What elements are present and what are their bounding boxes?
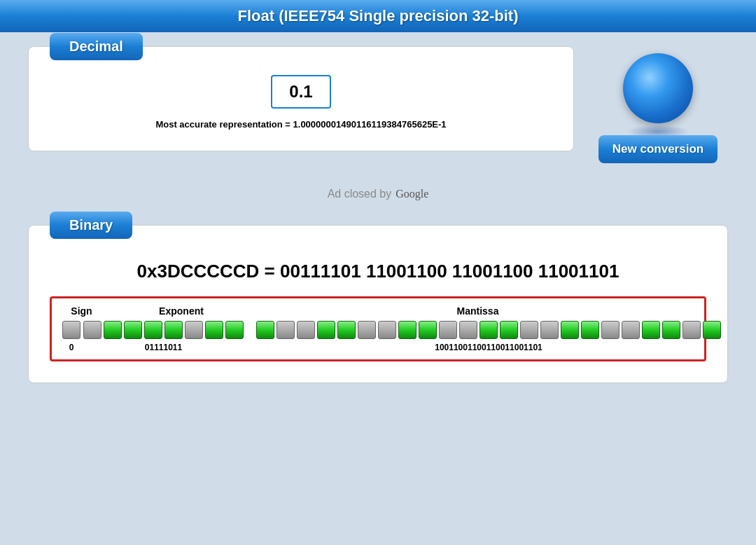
decimal-value-wrapper: 0.1 <box>50 75 552 109</box>
bit-box <box>83 321 102 339</box>
bit-box <box>561 321 579 339</box>
header-title: Float (IEEE754 Single precision 32-bit) <box>238 7 519 25</box>
bit-box <box>682 321 701 339</box>
bit-box <box>185 321 203 339</box>
bit-box <box>581 321 599 339</box>
bit-box <box>144 321 162 339</box>
mantissa-bits <box>256 321 721 339</box>
bit-box <box>479 321 498 339</box>
bit-box <box>500 321 518 339</box>
top-section: Decimal 0.1 Most accurate representation… <box>28 46 728 163</box>
bit-box <box>622 321 640 339</box>
bit-box <box>459 321 477 339</box>
bit-box <box>337 321 356 339</box>
sign-section: 0 <box>62 321 80 352</box>
bit-box <box>419 321 437 339</box>
bit-box <box>297 321 315 339</box>
bit-box <box>540 321 559 339</box>
google-brand: Google <box>396 188 428 200</box>
bit-box <box>642 321 660 339</box>
bit-box <box>358 321 376 339</box>
new-conversion-button[interactable]: New conversion <box>598 135 718 163</box>
exponent-header: Exponent <box>101 305 262 317</box>
bit-box <box>378 321 396 339</box>
bits-all-container: 0 01111011 10011001100110011001101 <box>62 321 694 352</box>
ad-closed-text: Ad closed by <box>328 188 392 200</box>
bit-box <box>164 321 183 339</box>
bit-box <box>601 321 620 339</box>
bit-box <box>520 321 538 339</box>
bit-box <box>317 321 335 339</box>
blue-ball-decoration <box>623 53 693 123</box>
mantissa-header: Mantissa <box>262 305 694 317</box>
bit-box <box>62 321 80 339</box>
bit-box <box>439 321 457 339</box>
bit-box <box>276 321 295 339</box>
decimal-container: Decimal 0.1 Most accurate representation… <box>28 46 574 151</box>
bits-table: Sign Exponent Mantissa 0 01111011 <box>50 296 706 361</box>
ad-closed-bar: Ad closed by Google <box>28 177 728 211</box>
binary-hex-display: 0x3DCCCCCD = 00111101 11001100 11001100 … <box>50 261 706 282</box>
exponent-value: 01111011 <box>145 343 182 352</box>
new-conversion-container: New conversion <box>588 46 728 163</box>
exponent-section: 01111011 <box>83 321 244 352</box>
sign-bits <box>62 321 80 339</box>
bit-box <box>225 321 244 339</box>
mantissa-section: 10011001100110011001101 <box>256 321 721 352</box>
bit-box <box>256 321 274 339</box>
bit-box <box>104 321 122 339</box>
mantissa-value: 10011001100110011001101 <box>435 343 542 352</box>
decimal-label: Decimal <box>50 33 143 60</box>
bit-box <box>703 321 721 339</box>
decimal-value: 0.1 <box>271 75 330 109</box>
bit-box <box>205 321 223 339</box>
main-content: Decimal 0.1 Most accurate representation… <box>0 32 756 397</box>
bit-box <box>124 321 142 339</box>
sign-value: 0 <box>69 343 74 352</box>
sign-header: Sign <box>62 305 101 317</box>
decimal-accurate-representation: Most accurate representation = 1.0000000… <box>50 119 552 130</box>
binary-label: Binary <box>50 212 132 239</box>
bits-headers: Sign Exponent Mantissa <box>62 305 694 317</box>
bit-box <box>398 321 416 339</box>
exponent-bits <box>83 321 244 339</box>
binary-container: Binary 0x3DCCCCCD = 00111101 11001100 11… <box>28 225 728 383</box>
bit-box <box>662 321 680 339</box>
header: Float (IEEE754 Single precision 32-bit) <box>0 0 756 32</box>
